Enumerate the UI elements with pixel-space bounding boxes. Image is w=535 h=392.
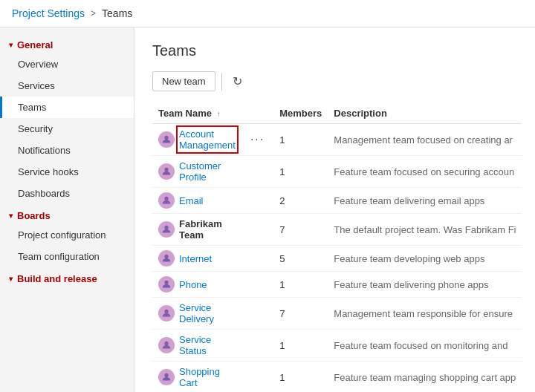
team-members: 1	[273, 124, 328, 156]
sidebar-item-overview[interactable]: Overview	[0, 53, 134, 75]
svg-point-7	[164, 342, 168, 345]
team-description: Feature team managing shopping cart app	[328, 362, 522, 393]
team-icon	[158, 305, 175, 321]
team-description: Feature team delivering email apps	[328, 188, 522, 214]
team-description: Feature team focused on monitoring and	[328, 330, 522, 362]
team-name-cell: Account Management	[158, 128, 236, 151]
toolbar: New team ↻	[152, 71, 517, 91]
table-row: Shopping Cart1Feature team managing shop…	[152, 362, 522, 393]
sidebar-section-boards-label: Boards	[17, 210, 51, 221]
sidebar-item-services[interactable]: Services	[0, 75, 134, 97]
team-name-link[interactable]: Phone	[179, 279, 207, 290]
table-row: Phone1Feature team delivering phone apps	[152, 272, 522, 298]
team-name-cell: Fabrikam Team	[158, 218, 236, 241]
team-name-link[interactable]: Email	[179, 195, 204, 206]
team-name-link[interactable]: Customer Profile	[179, 160, 236, 183]
breadcrumb-bar: Project Settings > Teams	[0, 0, 535, 27]
chevron-down-icon: ▾	[9, 41, 13, 49]
breadcrumb-parent[interactable]: Project Settings	[12, 7, 85, 19]
team-members: 7	[273, 298, 328, 330]
svg-point-1	[164, 168, 168, 172]
teams-table: Team Name ↑ Members Description Account …	[152, 103, 522, 392]
sidebar-item-notifications[interactable]: Notifications	[0, 140, 134, 161]
svg-point-0	[164, 136, 168, 140]
team-members: 1	[273, 272, 328, 298]
table-row: Account Management···1Management team fo…	[152, 124, 522, 156]
teams-table-body: Account Management···1Management team fo…	[152, 124, 522, 393]
table-header: Team Name ↑ Members Description	[152, 103, 522, 124]
svg-point-2	[164, 197, 168, 200]
team-members: 5	[273, 246, 328, 272]
page-title: Teams	[152, 42, 517, 59]
team-description: Feature team focused on securing accoun	[328, 156, 522, 188]
team-name-cell: Internet	[158, 250, 236, 267]
new-team-button[interactable]: New team	[152, 71, 215, 91]
table-row: Fabrikam Team7The default project team. …	[152, 214, 522, 246]
chevron-down-icon-boards: ▾	[9, 212, 13, 220]
team-icon	[158, 276, 175, 293]
team-icon	[158, 163, 175, 180]
table-row: Customer Profile1Feature team focused on…	[152, 156, 522, 188]
more-actions-button[interactable]: ···	[247, 133, 268, 146]
sidebar-section-general[interactable]: ▾ General	[0, 33, 134, 53]
toolbar-divider	[221, 73, 222, 91]
column-header-members[interactable]: Members	[273, 103, 328, 124]
svg-point-4	[164, 255, 168, 258]
sidebar-section-build-label: Build and release	[17, 273, 97, 284]
sidebar-item-dashboards[interactable]: Dashboards	[0, 183, 134, 204]
team-name[interactable]: Fabrikam Team	[179, 218, 236, 241]
svg-point-5	[164, 281, 168, 284]
sidebar-section-boards[interactable]: ▾ Boards	[0, 204, 134, 224]
table-row: Internet5Feature team developing web app…	[152, 246, 522, 272]
team-description: The default project team. Was Fabrikam F…	[328, 214, 522, 246]
team-description: Management team focused on creating ar	[328, 124, 522, 156]
team-name-cell: Phone	[158, 276, 236, 293]
breadcrumb-current: Teams	[102, 7, 132, 19]
main-layout: ▾ General Overview Services Teams Securi…	[0, 27, 535, 392]
svg-point-6	[164, 310, 168, 313]
team-icon	[158, 337, 175, 353]
svg-point-8	[164, 373, 168, 377]
column-header-name[interactable]: Team Name ↑	[152, 103, 241, 124]
refresh-button[interactable]: ↻	[228, 71, 247, 91]
team-icon	[158, 192, 175, 209]
content-area: Teams New team ↻ Team Name ↑ Members Des…	[134, 27, 535, 392]
team-description: Feature team developing web apps	[328, 246, 522, 272]
team-icon	[158, 369, 175, 385]
sidebar-item-service-hooks[interactable]: Service hooks	[0, 161, 134, 183]
team-members: 2	[273, 188, 328, 214]
sidebar-section-general-label: General	[17, 39, 53, 50]
table-row: Service Delivery7Management team respons…	[152, 298, 522, 330]
team-name-cell: Email	[158, 192, 236, 209]
sidebar-item-security[interactable]: Security	[0, 118, 134, 140]
team-description: Feature team delivering phone apps	[328, 272, 522, 298]
team-name-link[interactable]: Shopping Cart	[179, 366, 236, 388]
sidebar-item-project-configuration[interactable]: Project configuration	[0, 224, 134, 246]
team-icon	[158, 221, 175, 238]
team-name-link[interactable]: Internet	[179, 253, 212, 264]
column-header-actions	[241, 103, 273, 124]
sidebar-section-build-release[interactable]: ▾ Build and release	[0, 267, 134, 287]
team-name-cell: Shopping Cart	[158, 366, 236, 388]
team-name-cell: Customer Profile	[158, 160, 236, 183]
team-members: 1	[273, 362, 328, 393]
team-members: 7	[273, 214, 328, 246]
team-icon	[158, 131, 175, 148]
sidebar-item-teams[interactable]: Teams	[0, 97, 134, 118]
team-name-cell: Service Status	[158, 334, 236, 356]
team-description: Management team responsible for ensure	[328, 298, 522, 330]
sort-asc-icon: ↑	[217, 110, 221, 118]
team-icon	[158, 250, 175, 267]
team-members: 1	[273, 330, 328, 362]
team-name-link[interactable]: Service Status	[179, 334, 236, 356]
team-members: 1	[273, 156, 328, 188]
svg-point-3	[164, 226, 168, 229]
table-row: Email2Feature team delivering email apps	[152, 188, 522, 214]
team-name-link[interactable]: Account Management	[179, 128, 236, 151]
team-name-cell: Service Delivery	[158, 302, 236, 324]
chevron-right-icon-build: ▾	[9, 275, 13, 283]
column-header-description[interactable]: Description	[328, 103, 522, 124]
team-name-link[interactable]: Service Delivery	[179, 302, 236, 324]
sidebar-item-team-configuration[interactable]: Team configuration	[0, 246, 134, 267]
table-row: Service Status1Feature team focused on m…	[152, 330, 522, 362]
